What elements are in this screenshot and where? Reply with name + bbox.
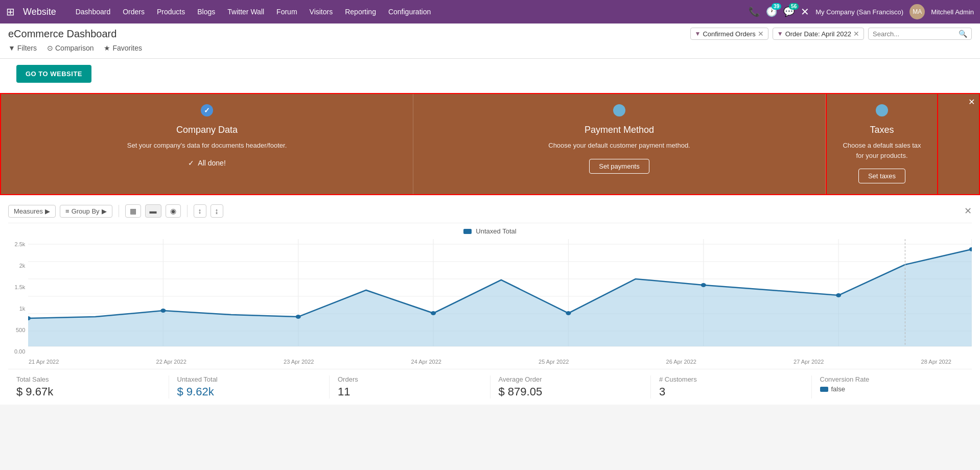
line-chart-button[interactable]: ▬ [145,204,161,218]
nav-close-icon[interactable]: ✕ [801,6,809,18]
chart-legend: Untaxed Total [8,227,972,235]
wizard-dot-2 [613,104,625,116]
grid-icon[interactable]: ⊞ [6,6,15,18]
nav-orders[interactable]: Orders [118,6,150,18]
nav-blogs[interactable]: Blogs [192,6,220,18]
chart-toolbar: Measures ▶ ≡ Group By ▶ ▦ ▬ ◉ ↕ ↨ ✕ [8,201,972,223]
top-navigation: ⊞ Website Dashboard Orders Products Blog… [0,0,980,24]
favorites-action[interactable]: ★ Favorites [104,44,142,52]
y-label-1000: 1k [8,306,25,312]
chart-close-button[interactable]: ✕ [964,205,972,217]
wizard-step-2-inner: Payment Method Choose your default custo… [548,104,690,174]
company-name[interactable]: My Company (San Francisco) [815,8,903,16]
average-order-value: $ 879.05 [499,385,643,398]
sub-header-actions: ▼ Filters ⊙ Comparison ★ Favorites [8,42,972,54]
stat-average-order: Average Order $ 879.05 [491,375,651,398]
set-payments-button[interactable]: Set payments [589,159,649,174]
stat-untaxed-total: Untaxed Total $ 9.62k [169,375,330,398]
nav-dashboard[interactable]: Dashboard [71,6,116,18]
wizard-step-taxes: Taxes Choose a default sales tax for you… [826,94,938,194]
go-to-website-section: GO TO WEBSITE [0,59,980,93]
clock-button[interactable]: 🕐 39 [766,6,777,17]
wizard-close-button[interactable]: ✕ [968,97,975,107]
nav-forum[interactable]: Forum [271,6,302,18]
search-input[interactable] [873,30,959,38]
svg-point-17 [296,315,301,319]
svg-point-19 [566,311,571,315]
clock-badge: 39 [772,3,781,10]
search-icon[interactable]: 🔍 [959,30,967,38]
sort-asc-button[interactable]: ↕ [194,204,206,218]
wizard-step-payment: Payment Method Choose your default custo… [413,94,826,194]
wizard-checkmark-icon: ✓ [188,159,194,167]
go-to-website-button[interactable]: GO TO WEBSITE [16,65,91,83]
conversion-legend-label: false [831,385,845,393]
y-label-2500: 2.5k [8,241,25,247]
setup-wizard: ✕ ✓ Company Data Set your company's data… [0,93,980,195]
filter-confirmed-close[interactable]: ✕ [758,30,764,38]
filter-icon-action: ▼ [8,44,15,52]
filter-order-date[interactable]: ▼ Order Date: April 2022 ✕ [773,28,864,40]
wizard-step-2-desc: Choose your default customer payment met… [548,140,690,151]
sort-desc-button[interactable]: ↨ [211,204,223,218]
measures-label: Measures [14,207,43,215]
search-box[interactable]: 🔍 [868,28,972,40]
customers-value: 3 [659,385,803,398]
average-order-label: Average Order [499,375,643,383]
nav-configuration[interactable]: Configuration [383,6,436,18]
stat-customers: # Customers 3 [651,375,812,398]
group-by-button[interactable]: ≡ Group By ▶ [60,205,112,218]
orders-value: 11 [338,385,482,398]
wizard-dot-1: ✓ [201,104,213,116]
phone-button[interactable]: 📞 [749,6,760,17]
x-label-28apr: 28 Apr 2022 [921,359,951,365]
bar-chart-button[interactable]: ▦ [125,204,141,218]
set-taxes-button[interactable]: Set taxes [858,169,905,183]
filters-action[interactable]: ▼ Filters [8,44,37,52]
chart-svg [28,239,972,351]
y-axis-labels: 2.5k 2k 1.5k 1k 500 0.00 [8,239,28,357]
filter-bar: ▼ Confirmed Orders ✕ ▼ Order Date: April… [690,28,972,40]
orders-label: Orders [338,375,482,383]
svg-point-21 [836,293,841,297]
toolbar-separator-2 [187,205,188,217]
user-avatar[interactable]: MA [909,4,925,19]
untaxed-total-value: $ 9.62k [177,385,321,398]
filter-date-label: Order Date: April 2022 [785,30,851,38]
user-name[interactable]: Mitchell Admin [931,8,974,16]
wizard-step-1-desc: Set your company's data for documents he… [127,140,287,151]
filter-confirmed-orders[interactable]: ▼ Confirmed Orders ✕ [690,28,768,40]
comparison-action[interactable]: ⊙ Comparison [47,44,94,52]
y-label-1500: 1.5k [8,284,25,290]
comparison-label: Comparison [55,44,94,52]
wizard-step-company-data: ✓ Company Data Set your company's data f… [1,94,413,194]
svg-point-18 [431,311,436,315]
nav-twitter-wall[interactable]: Twitter Wall [222,6,269,18]
app-title: Website [23,7,56,17]
wizard-step-3-desc: Choose a default sales tax for your prod… [839,140,925,160]
stats-bar: Total Sales $ 9.67k Untaxed Total $ 9.62… [8,369,972,398]
filter-date-close[interactable]: ✕ [853,30,859,38]
nav-items: Dashboard Orders Products Blogs Twitter … [71,6,745,18]
untaxed-total-label: Untaxed Total [177,375,321,383]
wizard-step-3-title: Taxes [870,125,894,135]
nav-visitors[interactable]: Visitors [305,6,338,18]
conversion-rate-label: Conversion Rate [820,375,964,383]
group-by-icon: ≡ [65,207,69,215]
wizard-step-1-done: ✓ All done! [188,159,226,167]
favorites-label: Favorites [112,44,142,52]
line-chart [28,239,972,351]
message-button[interactable]: 💬 56 [783,6,795,17]
nav-reporting[interactable]: Reporting [340,6,381,18]
wizard-step-3-inner: Taxes Choose a default sales tax for you… [839,104,925,183]
nav-products[interactable]: Products [152,6,190,18]
legend-color-dot [463,229,472,234]
favorites-icon: ★ [104,44,110,52]
y-label-2000: 2k [8,263,25,269]
wizard-step-1-inner: ✓ Company Data Set your company's data f… [127,104,287,167]
message-badge: 56 [789,3,799,10]
stat-conversion-rate: Conversion Rate false [812,375,972,398]
pie-chart-button[interactable]: ◉ [166,204,181,218]
legend-label: Untaxed Total [476,227,516,235]
measures-button[interactable]: Measures ▶ [8,205,56,218]
